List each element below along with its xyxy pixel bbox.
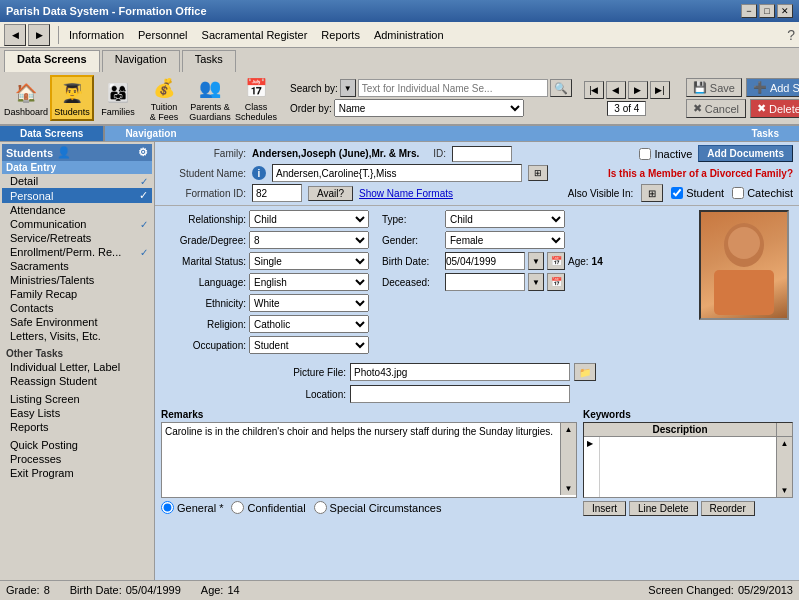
deceased-calendar-button[interactable]: 📅	[547, 273, 565, 291]
minimize-button[interactable]: −	[741, 4, 757, 18]
sidebar-item-family-recap[interactable]: Family Recap	[2, 287, 152, 301]
menu-item-information[interactable]: Information	[63, 27, 130, 43]
nav-first-button[interactable]: |◀	[584, 81, 604, 99]
sidebar-item-enrollment[interactable]: Enrollment/Perm. Re...✓	[2, 245, 152, 259]
search-button[interactable]: 🔍	[550, 79, 572, 97]
class-schedules-button[interactable]: 📅 Class Schedules	[234, 71, 278, 125]
grade-select[interactable]: 8	[249, 231, 369, 249]
sidebar-item-exit-program[interactable]: Exit Program	[2, 466, 152, 480]
type-select[interactable]: Child	[445, 210, 565, 228]
radio-special[interactable]	[314, 501, 327, 514]
language-select[interactable]: English	[249, 273, 369, 291]
show-name-formats-link[interactable]: Show Name Formats	[359, 188, 453, 199]
nav-next-button[interactable]: ▶	[628, 81, 648, 99]
back-button[interactable]: ◀	[4, 24, 26, 46]
sidebar-item-individual-letter[interactable]: Individual Letter, Label	[2, 360, 152, 374]
sidebar-item-listing-screen[interactable]: Listing Screen	[2, 392, 152, 406]
sidebar-item-service-retreats[interactable]: Service/Retreats	[2, 231, 152, 245]
radio-confidential-label[interactable]: Confidential	[231, 501, 305, 514]
nav-last-button[interactable]: ▶|	[650, 81, 670, 99]
avail-button[interactable]: Avail?	[308, 186, 353, 201]
nav-prev-button[interactable]: ◀	[606, 81, 626, 99]
sidebar-item-communication[interactable]: Communication✓	[2, 217, 152, 231]
sidebar-item-safe-environment[interactable]: Safe Environment	[2, 315, 152, 329]
reorder-button[interactable]: Reorder	[701, 501, 755, 516]
parents-guardians-button[interactable]: 👥 Parents & Guardians	[188, 71, 232, 125]
keywords-scrollbar[interactable]: ▲ ▼	[776, 437, 792, 497]
sidebar-item-letters[interactable]: Letters, Visits, Etc.	[2, 329, 152, 343]
insert-button[interactable]: Insert	[583, 501, 626, 516]
sidebar-item-processes[interactable]: Processes	[2, 452, 152, 466]
search-by-dropdown[interactable]: ▼	[340, 79, 356, 97]
formation-id-input[interactable]	[252, 184, 302, 202]
forward-button[interactable]: ▶	[28, 24, 50, 46]
picture-file-input[interactable]	[350, 363, 570, 381]
menu-item-sacramental[interactable]: Sacramental Register	[196, 27, 314, 43]
religion-select[interactable]: Catholic	[249, 315, 369, 333]
sidebar-gear-icon[interactable]: ⚙	[138, 146, 148, 159]
inactive-checkbox[interactable]	[639, 148, 651, 160]
student-checkbox-label[interactable]: Student	[671, 187, 724, 199]
sidebar-item-sacraments[interactable]: Sacraments	[2, 259, 152, 273]
families-button[interactable]: 👨‍👩‍👧 Families	[96, 76, 140, 120]
sidebar-item-reports[interactable]: Reports	[2, 420, 152, 434]
menu-item-administration[interactable]: Administration	[368, 27, 450, 43]
maximize-button[interactable]: □	[759, 4, 775, 18]
add-student-button[interactable]: ➕ Add Student	[746, 78, 799, 97]
catechist-checkbox-label[interactable]: Catechist	[732, 187, 793, 199]
student-name-input[interactable]	[272, 164, 522, 182]
menu-item-reports[interactable]: Reports	[315, 27, 366, 43]
order-by-select[interactable]: Name	[334, 99, 524, 117]
save-button[interactable]: 💾 Save	[686, 78, 742, 97]
birth-date-picker-button[interactable]: 📅	[547, 252, 565, 270]
occupation-select[interactable]: Student	[249, 336, 369, 354]
line-delete-button[interactable]: Line Delete	[629, 501, 698, 516]
also-visible-button[interactable]: ⊞	[641, 184, 663, 202]
inactive-checkbox-label[interactable]: Inactive	[639, 148, 692, 160]
remarks-textarea[interactable]: Caroline is in the children's choir and …	[162, 423, 560, 495]
delete-student-button[interactable]: ✖ Delete Student	[750, 99, 799, 118]
radio-special-label[interactable]: Special Circumstances	[314, 501, 442, 514]
tab-navigation[interactable]: Navigation	[102, 50, 180, 72]
tuition-fees-button[interactable]: 💰 Tuition & Fees	[142, 71, 186, 125]
relationship-select[interactable]: Child	[249, 210, 369, 228]
location-input[interactable]	[350, 385, 570, 403]
remarks-scrollbar[interactable]: ▲ ▼	[560, 423, 576, 495]
students-button[interactable]: 👨‍🎓 Students	[50, 75, 94, 121]
sidebar-item-reassign[interactable]: Reassign Student	[2, 374, 152, 388]
expand-button[interactable]: ⊞	[528, 165, 548, 181]
birth-date-calendar-button[interactable]: ▼	[528, 252, 544, 270]
info-icon[interactable]: i	[252, 166, 266, 180]
deceased-input[interactable]	[445, 273, 525, 291]
radio-general-label[interactable]: General *	[161, 501, 223, 514]
marital-select[interactable]: Single	[249, 252, 369, 270]
sidebar-item-detail[interactable]: Detail✓	[2, 174, 152, 188]
id-input[interactable]	[452, 146, 512, 162]
cancel-button[interactable]: ✖ Cancel	[686, 99, 746, 118]
tab-tasks[interactable]: Tasks	[182, 50, 236, 72]
radio-general[interactable]	[161, 501, 174, 514]
search-input[interactable]	[358, 79, 548, 97]
keywords-data-cell[interactable]	[600, 437, 776, 497]
close-button[interactable]: ✕	[777, 4, 793, 18]
sidebar-item-attendance[interactable]: Attendance	[2, 203, 152, 217]
ethnicity-select[interactable]: White	[249, 294, 369, 312]
catechist-checkbox[interactable]	[732, 187, 744, 199]
add-documents-button[interactable]: Add Documents	[698, 145, 793, 162]
birth-date-input[interactable]	[445, 252, 525, 270]
radio-confidential[interactable]	[231, 501, 244, 514]
tab-data-screens[interactable]: Data Screens	[4, 50, 100, 72]
picture-browse-button[interactable]: 📁	[574, 363, 596, 381]
gender-select[interactable]: Female	[445, 231, 565, 249]
help-icon[interactable]: ?	[787, 27, 795, 43]
sidebar-item-quick-posting[interactable]: Quick Posting	[2, 438, 152, 452]
sidebar-item-easy-lists[interactable]: Easy Lists	[2, 406, 152, 420]
sidebar-item-contacts[interactable]: Contacts	[2, 301, 152, 315]
dashboard-button[interactable]: 🏠 Dashboard	[4, 76, 48, 120]
sidebar-item-personal[interactable]: Personal✓	[2, 188, 152, 203]
families-icon: 👨‍👩‍👧	[104, 79, 132, 107]
student-checkbox[interactable]	[671, 187, 683, 199]
menu-item-personnel[interactable]: Personnel	[132, 27, 194, 43]
deceased-dropdown-button[interactable]: ▼	[528, 273, 544, 291]
sidebar-item-ministries[interactable]: Ministries/Talents	[2, 273, 152, 287]
